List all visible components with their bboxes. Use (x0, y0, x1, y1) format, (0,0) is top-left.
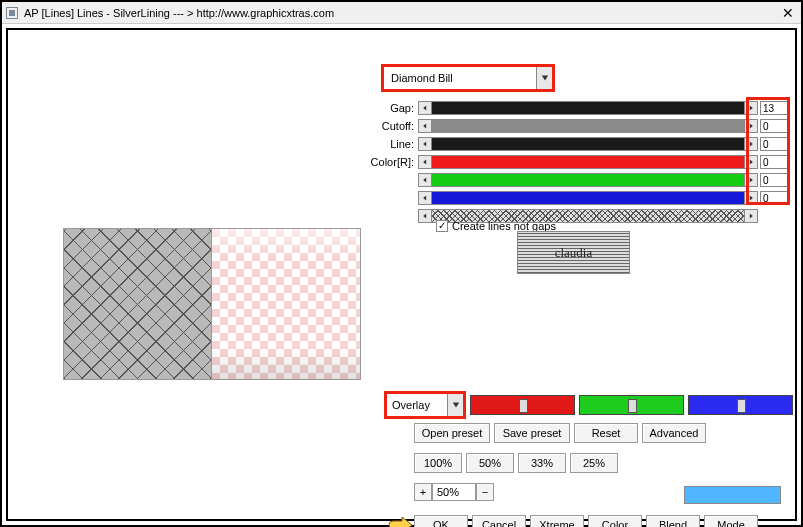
chevron-down-icon[interactable] (536, 67, 552, 89)
line-dec[interactable] (418, 137, 432, 151)
svg-marker-14 (750, 214, 753, 219)
cutoff-bar[interactable] (432, 119, 744, 133)
line-bar[interactable] (432, 137, 744, 151)
preset-dropdown[interactable]: Diamond Bill (383, 66, 553, 90)
cutoff-dec[interactable] (418, 119, 432, 133)
row-color-g: 0 (368, 172, 788, 188)
zoom-value[interactable]: 50% (432, 483, 476, 501)
row-hatch (368, 208, 788, 224)
hatch-dec[interactable] (418, 209, 432, 223)
zoom-33-button[interactable]: 33% (518, 453, 566, 473)
svg-marker-7 (423, 160, 426, 165)
open-preset-button[interactable]: Open preset (414, 423, 490, 443)
color-g-dec[interactable] (418, 173, 432, 187)
svg-marker-11 (423, 196, 426, 201)
pointing-hand-icon (388, 516, 413, 527)
advanced-button[interactable]: Advanced (642, 423, 706, 443)
color-r-dec[interactable] (418, 155, 432, 169)
cancel-button[interactable]: Cancel (472, 515, 526, 527)
window-frame: AP [Lines] Lines - SilverLining --- > ht… (0, 0, 803, 527)
mode-button[interactable]: Mode (704, 515, 758, 527)
row-cutoff: Cutoff: 0 (368, 118, 788, 134)
vendor-logo: claudia (517, 231, 630, 274)
color-b-dec[interactable] (418, 191, 432, 205)
svg-marker-3 (423, 124, 426, 129)
blend-dropdown[interactable]: Overlay (386, 393, 464, 417)
row-color-r: Color[R]: 0 (368, 154, 788, 170)
color-r-bar[interactable] (432, 155, 744, 169)
svg-marker-9 (423, 178, 426, 183)
zoom-minus-button[interactable]: − (476, 483, 494, 501)
row-line: Line: 0 (368, 136, 788, 152)
svg-marker-15 (452, 403, 458, 408)
svg-marker-13 (423, 214, 426, 219)
reset-button[interactable]: Reset (574, 423, 638, 443)
app-icon (6, 7, 18, 19)
preview-after (212, 229, 360, 379)
color-swatch[interactable] (684, 486, 781, 504)
label-gap: Gap: (368, 102, 418, 114)
xtreme-button[interactable]: Xtreme (530, 515, 584, 527)
create-lines-checkbox[interactable] (436, 220, 448, 232)
preset-selected: Diamond Bill (388, 72, 453, 84)
label-color-r: Color[R]: (368, 156, 418, 168)
zoom-100-button[interactable]: 100% (414, 453, 462, 473)
close-button[interactable]: ✕ (779, 5, 797, 21)
color-b-bar[interactable] (432, 191, 744, 205)
hatch-inc[interactable] (744, 209, 758, 223)
blend-button[interactable]: Blend (646, 515, 700, 527)
label-cutoff: Cutoff: (368, 120, 418, 132)
chevron-down-icon[interactable] (447, 394, 463, 416)
color-g-bar[interactable] (432, 173, 744, 187)
svg-marker-1 (423, 106, 426, 111)
row-gap: Gap: 13 (368, 100, 788, 116)
blend-selected: Overlay (391, 399, 430, 411)
slider-b[interactable] (688, 395, 793, 415)
row-color-b: 0 (368, 190, 788, 206)
gap-bar[interactable] (432, 101, 744, 115)
titlebar: AP [Lines] Lines - SilverLining --- > ht… (2, 2, 801, 24)
ok-button[interactable]: OK (414, 515, 468, 527)
preview-pane (63, 228, 361, 380)
label-line: Line: (368, 138, 418, 150)
window-title: AP [Lines] Lines - SilverLining --- > ht… (24, 7, 779, 19)
zoom-50-button[interactable]: 50% (466, 453, 514, 473)
gap-dec[interactable] (418, 101, 432, 115)
zoom-plus-button[interactable]: + (414, 483, 432, 501)
svg-marker-0 (541, 76, 547, 81)
preview-before (64, 229, 212, 379)
values-highlight-box (748, 99, 788, 203)
svg-marker-5 (423, 142, 426, 147)
slider-g[interactable] (579, 395, 684, 415)
color-button[interactable]: Color (588, 515, 642, 527)
slider-r[interactable] (470, 395, 575, 415)
save-preset-button[interactable]: Save preset (494, 423, 570, 443)
client-area: Diamond Bill Gap: 13 Cutoff: 0 Line: (6, 28, 797, 521)
zoom-25-button[interactable]: 25% (570, 453, 618, 473)
zoom-stepper: + 50% − (414, 483, 494, 501)
